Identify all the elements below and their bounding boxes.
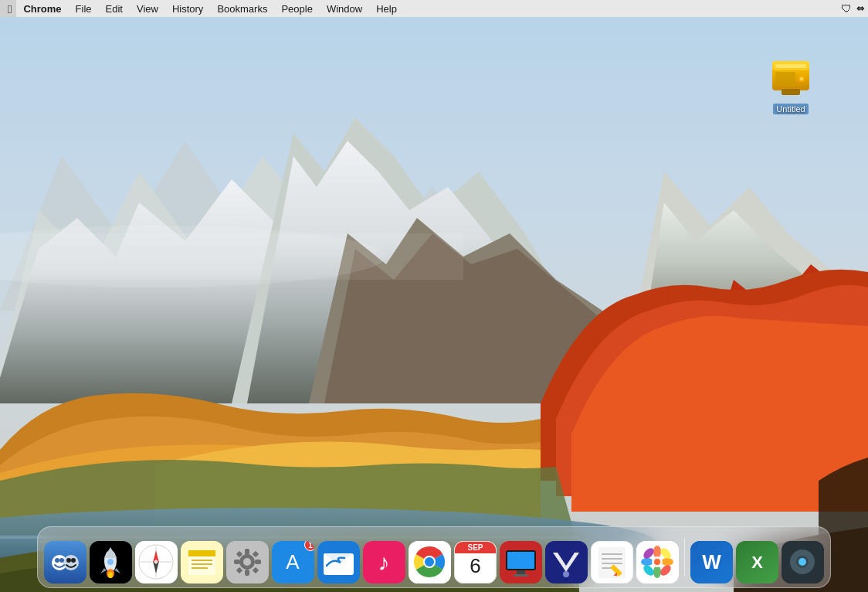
dock-item-word[interactable]: W bbox=[690, 533, 733, 583]
menu-file[interactable]: File bbox=[69, 0, 99, 17]
dock-item-chrome[interactable] bbox=[409, 533, 451, 583]
drive-icon[interactable]: Untitled bbox=[760, 52, 822, 114]
dock-item-launchpad[interactable] bbox=[90, 533, 132, 583]
chrome-icon bbox=[409, 541, 451, 583]
svg-rect-49 bbox=[188, 550, 215, 556]
screens-icon bbox=[500, 541, 542, 583]
excel-inner: X bbox=[736, 541, 778, 583]
svg-point-39 bbox=[108, 572, 113, 578]
menu-history[interactable]: History bbox=[165, 0, 210, 17]
word-inner: W bbox=[690, 541, 733, 583]
apple-menu[interactable]:  bbox=[0, 0, 16, 17]
finder-icon bbox=[44, 541, 86, 583]
svg-rect-57 bbox=[245, 570, 249, 576]
svg-rect-85 bbox=[602, 553, 622, 555]
svg-point-74 bbox=[425, 557, 434, 566]
dock-item-app-store[interactable]: A 1 bbox=[272, 533, 314, 583]
photos-icon bbox=[636, 541, 679, 583]
menu-view[interactable]: View bbox=[130, 0, 165, 17]
svg-rect-58 bbox=[234, 560, 240, 564]
menu-people[interactable]: People bbox=[274, 0, 319, 17]
svg-rect-77 bbox=[507, 552, 534, 569]
vectary-icon bbox=[545, 541, 588, 583]
menu-chrome[interactable]: Chrome bbox=[16, 0, 68, 17]
svg-point-93 bbox=[653, 546, 661, 558]
svg-point-106 bbox=[798, 558, 806, 566]
dock-item-photos[interactable] bbox=[636, 533, 679, 583]
dock-item-screens[interactable] bbox=[500, 533, 542, 583]
dock-item-chrome2[interactable] bbox=[782, 533, 824, 583]
excel-icon: X bbox=[736, 541, 778, 583]
system-preferences-icon bbox=[226, 541, 269, 583]
chrome2-icon bbox=[782, 541, 824, 583]
svg-text:A: A bbox=[286, 550, 300, 573]
dock-item-system-preferences[interactable] bbox=[226, 533, 269, 583]
dock-item-mail[interactable] bbox=[317, 533, 360, 583]
wallpaper bbox=[0, 17, 868, 592]
svg-point-30 bbox=[66, 558, 71, 563]
svg-text:♪: ♪ bbox=[378, 549, 390, 575]
svg-rect-56 bbox=[245, 549, 249, 555]
svg-rect-86 bbox=[602, 558, 622, 560]
svg-point-28 bbox=[55, 558, 59, 563]
svg-point-102 bbox=[654, 559, 660, 565]
calendar-month: SEP bbox=[455, 542, 496, 553]
dock: A 1 ♪ bbox=[37, 526, 831, 588]
svg-point-24 bbox=[800, 77, 803, 80]
dock-item-notes[interactable] bbox=[181, 533, 223, 583]
menubar-right: 🛡 ⇔ bbox=[841, 2, 868, 15]
dock-item-vectary[interactable] bbox=[545, 533, 588, 583]
dock-item-textedit[interactable] bbox=[591, 533, 633, 583]
safari-icon bbox=[135, 541, 178, 583]
svg-point-96 bbox=[661, 558, 673, 566]
drive-image bbox=[766, 52, 815, 101]
launchpad-icon bbox=[90, 541, 132, 583]
svg-rect-87 bbox=[602, 563, 622, 564]
menu-bookmarks[interactable]: Bookmarks bbox=[210, 0, 274, 17]
svg-point-82 bbox=[563, 571, 569, 577]
svg-point-55 bbox=[243, 558, 251, 566]
svg-point-94 bbox=[653, 566, 661, 578]
app-store-badge: 1 bbox=[304, 541, 314, 551]
svg-rect-79 bbox=[514, 574, 528, 577]
menubar:  Chrome File Edit View History Bookmark… bbox=[0, 0, 868, 17]
svg-rect-59 bbox=[255, 560, 261, 564]
dock-separator bbox=[684, 538, 685, 577]
menu-edit[interactable]: Edit bbox=[99, 0, 130, 17]
desktop: Untitled bbox=[0, 17, 868, 592]
textedit-icon bbox=[591, 541, 633, 583]
dock-item-excel[interactable]: X bbox=[736, 533, 778, 583]
word-icon: W bbox=[690, 541, 733, 583]
malwarebytes-icon[interactable]: 🛡 bbox=[841, 2, 852, 15]
svg-rect-20 bbox=[782, 89, 800, 95]
svg-point-29 bbox=[59, 558, 64, 563]
calendar-day: 6 bbox=[455, 556, 496, 576]
itunes-icon: ♪ bbox=[363, 541, 405, 583]
svg-rect-21 bbox=[775, 64, 806, 68]
mail-icon bbox=[317, 541, 360, 583]
menu-window[interactable]: Window bbox=[320, 0, 369, 17]
svg-point-95 bbox=[641, 558, 653, 566]
dock-item-finder[interactable] bbox=[44, 533, 86, 583]
dock-item-safari[interactable] bbox=[135, 533, 178, 583]
calendar-icon: SEP 6 bbox=[454, 541, 497, 583]
svg-rect-22 bbox=[775, 72, 795, 84]
drive-label: Untitled bbox=[773, 104, 808, 114]
resize-icon[interactable]: ⇔ bbox=[856, 3, 864, 14]
app-store-icon: A 1 bbox=[272, 541, 314, 583]
menu-help[interactable]: Help bbox=[369, 0, 404, 17]
svg-point-31 bbox=[71, 558, 76, 563]
svg-point-37 bbox=[107, 559, 114, 565]
notes-icon bbox=[181, 541, 223, 583]
dock-item-itunes[interactable]: ♪ bbox=[363, 533, 405, 583]
dock-item-calendar[interactable]: SEP 6 bbox=[454, 533, 497, 583]
